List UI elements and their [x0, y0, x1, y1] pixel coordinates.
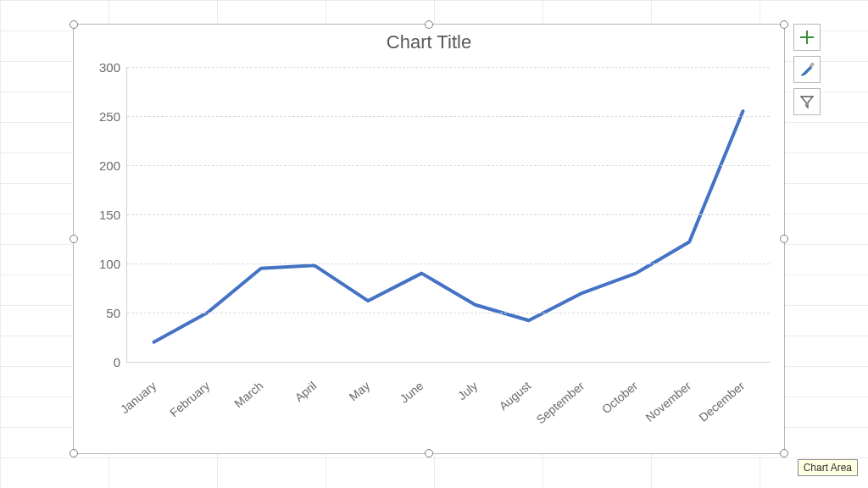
y-tick-label: 100	[99, 257, 127, 271]
resize-handle-bottom-right[interactable]	[780, 449, 788, 458]
x-tick-label: September	[533, 379, 587, 426]
tooltip-chart-area: Chart Area	[798, 459, 858, 476]
gridline	[127, 67, 770, 68]
resize-handle-top-left[interactable]	[70, 20, 78, 29]
paintbrush-icon	[798, 61, 815, 78]
x-tick-label: November	[643, 379, 694, 424]
x-tick-label: February	[167, 379, 212, 419]
plus-icon	[799, 30, 815, 45]
chart-styles-button[interactable]	[793, 56, 821, 83]
resize-handle-mid-left[interactable]	[70, 235, 78, 243]
y-tick-label: 200	[99, 158, 127, 173]
resize-handle-top-right[interactable]	[780, 20, 788, 29]
x-tick-label: March	[231, 379, 265, 410]
y-tick-label: 150	[99, 208, 127, 222]
resize-handle-bottom-middle[interactable]	[425, 449, 433, 458]
y-tick-label: 250	[99, 109, 127, 124]
gridline	[127, 165, 770, 166]
funnel-icon	[799, 94, 815, 109]
resize-handle-top-middle[interactable]	[425, 20, 433, 29]
x-tick-label: April	[292, 379, 320, 404]
y-tick-label: 0	[114, 355, 127, 369]
x-tick-label: January	[117, 379, 158, 416]
x-tick-label: June	[398, 379, 426, 406]
y-tick-label: 50	[106, 306, 127, 320]
x-axis-labels: JanuaryFebruaryMarchAprilMayJuneJulyAugu…	[126, 362, 769, 446]
gridline	[127, 313, 770, 313]
chart-elements-button[interactable]	[793, 24, 821, 51]
chart-title[interactable]: Chart Title	[74, 25, 784, 57]
resize-handle-mid-right[interactable]	[780, 235, 788, 243]
resize-handle-bottom-left[interactable]	[70, 449, 78, 458]
gridline	[127, 263, 770, 264]
x-tick-label: May	[347, 379, 373, 403]
x-tick-label: December	[697, 379, 748, 424]
y-tick-label: 300	[99, 60, 127, 75]
plot-area[interactable]: 050100150200250300	[126, 67, 770, 363]
chart-filters-button[interactable]	[793, 88, 821, 115]
x-tick-label: October	[599, 379, 640, 416]
chart-side-buttons	[793, 24, 821, 115]
chart-area[interactable]: Chart Title 050100150200250300 JanuaryFe…	[73, 24, 785, 454]
x-tick-label: August	[496, 379, 533, 413]
gridline	[127, 116, 770, 117]
x-tick-label: July	[454, 379, 479, 402]
gridline	[127, 214, 770, 215]
